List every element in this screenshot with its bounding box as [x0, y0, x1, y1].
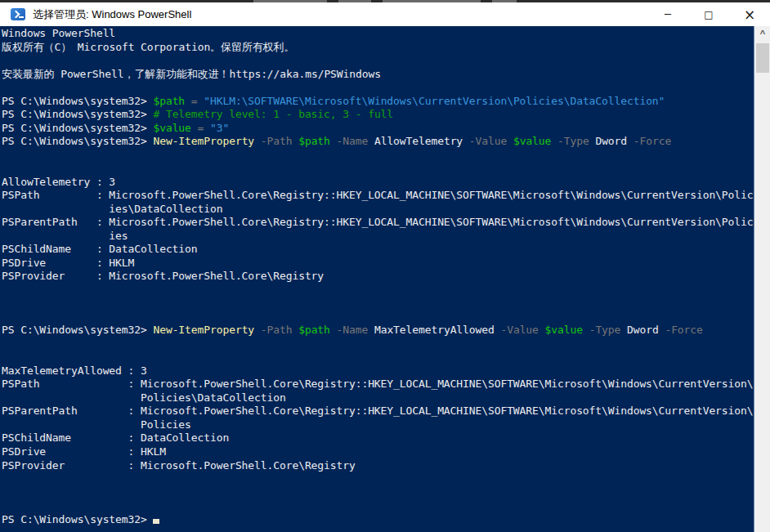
terminal-text-segment: PS C:\Windows\system32> [2, 108, 153, 120]
terminal-text-segment: -Value [495, 324, 545, 336]
terminal-line: ies\DataCollection [2, 203, 754, 217]
terminal-text-segment: "HKLM:\SOFTWARE\Microsoft\Windows\Curren… [204, 95, 665, 107]
terminal-body[interactable]: Windows PowerShell版权所有（C） Microsoft Corp… [0, 26, 754, 532]
terminal-text-segment: $value [513, 135, 551, 147]
terminal-text-segment: PS C:\Windows\system32> [2, 324, 153, 336]
terminal-line [2, 499, 754, 513]
terminal-line [2, 54, 754, 68]
terminal-line: PS C:\Windows\system32> [2, 513, 754, 527]
terminal-line: 版权所有（C） Microsoft Corporation。保留所有权利。 [2, 41, 754, 55]
terminal-line: Policies\DataCollection [2, 391, 754, 405]
terminal-line: PSParentPath : Microsoft.PowerShell.Core… [2, 216, 754, 230]
terminal-line [2, 486, 754, 500]
powershell-icon [11, 8, 25, 20]
window-controls: ─ □ × [647, 2, 770, 26]
terminal-line: AllowTelemetry : 3 [2, 176, 754, 190]
terminal-text-segment: ies [2, 230, 128, 242]
text-cursor [153, 519, 159, 524]
minimize-button[interactable]: ─ [647, 2, 688, 26]
window-title: 选择管理员: Windows PowerShell [33, 7, 191, 22]
terminal-line: PS C:\Windows\system32> New-ItemProperty… [2, 135, 754, 149]
terminal-text-segment: # Telemetry level: 1 - basic, 3 - full [153, 108, 393, 120]
terminal-line [2, 338, 754, 351]
terminal-line: PSPath : Microsoft.PowerShell.Core\Regis… [2, 378, 754, 391]
terminal-line [2, 297, 754, 311]
close-button[interactable]: × [729, 2, 770, 26]
terminal-line: PSProvider : Microsoft.PowerShell.Core\R… [2, 270, 754, 284]
terminal-text-segment: Dword [595, 135, 627, 147]
terminal-text-segment: PSParentPath : Microsoft.PowerShell.Core… [2, 405, 753, 417]
terminal-line [2, 149, 754, 163]
terminal-line: PS C:\Windows\system32> # Telemetry leve… [2, 108, 754, 122]
terminal-line [2, 311, 754, 324]
terminal-text-segment: -Path [254, 324, 298, 336]
terminal-line: Windows PowerShell [2, 27, 754, 41]
terminal-text-segment: Dword [627, 324, 659, 336]
terminal-text-segment: = [191, 122, 210, 134]
terminal-line: MaxTelemetryAllowed : 3 [2, 364, 754, 378]
terminal-line [2, 351, 754, 364]
terminal-line: 安装最新的 PowerShell，了解新功能和改进！https://aka.ms… [2, 68, 754, 82]
terminal-line: PS C:\Windows\system32> New-ItemProperty… [2, 324, 754, 338]
terminal-line: PSProvider : Microsoft.PowerShell.Core\R… [2, 459, 754, 473]
scrollbar-thumb[interactable] [756, 43, 769, 73]
terminal-text-segment: PS C:\Windows\system32> [2, 95, 153, 107]
terminal-text-segment: -Type [551, 135, 595, 147]
terminal-line: PSPath : Microsoft.PowerShell.Core\Regis… [2, 189, 754, 203]
terminal-text-segment: $path [298, 324, 330, 336]
terminal-line: PS C:\Windows\system32> $path = "HKLM:\S… [2, 95, 754, 109]
terminal-text-segment: -Type [583, 324, 627, 336]
terminal-line [2, 284, 754, 297]
terminal-text-segment: -Value [463, 135, 513, 147]
terminal-line: Policies [2, 418, 754, 432]
terminal-text-segment: PSChildName : DataCollection [2, 243, 198, 255]
terminal-text-segment: PSProvider : Microsoft.PowerShell.Core\R… [2, 459, 356, 472]
terminal-line: PSChildName : DataCollection [2, 431, 754, 445]
terminal-text-segment: AllowTelemetry [374, 135, 463, 147]
terminal-text-segment: $value [545, 324, 583, 336]
terminal-text-segment: 版权所有（C） Microsoft Corporation。保留所有权利。 [2, 41, 294, 53]
scrollbar[interactable]: ^ [754, 26, 770, 532]
terminal-text-segment: $path [153, 95, 185, 107]
terminal-line [2, 162, 754, 176]
terminal-text-segment: -Name [330, 135, 374, 147]
terminal-text-segment: ies\DataCollection [2, 203, 222, 215]
terminal-text-segment: New-ItemProperty [153, 135, 254, 147]
terminal-text-segment: -Force [627, 135, 671, 147]
terminal-line: PS C:\Windows\system32> $value = "3" [2, 122, 754, 136]
scroll-up-arrow-icon[interactable]: ^ [755, 26, 770, 41]
terminal-text-segment: $path [298, 135, 330, 147]
terminal-text-segment: -Name [330, 324, 374, 336]
terminal-text-segment: PS C:\Windows\system32> [2, 122, 153, 134]
terminal-line: PSDrive : HKLM [2, 257, 754, 270]
terminal-text-segment: MaxTelemetryAllowed [374, 324, 495, 336]
terminal-text-segment: PSPath : Microsoft.PowerShell.Core\Regis… [2, 189, 753, 201]
terminal-line: ies [2, 230, 754, 244]
terminal-line [2, 81, 754, 95]
terminal-line: PSParentPath : Microsoft.PowerShell.Core… [2, 405, 754, 418]
terminal-text-segment: -Path [254, 135, 298, 147]
terminal-text-segment: New-ItemProperty [153, 324, 254, 336]
terminal-line: PSDrive : HKLM [2, 445, 754, 459]
terminal-line [2, 472, 754, 486]
terminal-text-segment: = [185, 95, 204, 107]
terminal-text-segment: AllowTelemetry : 3 [2, 176, 115, 188]
terminal-text-segment: PSParentPath : Microsoft.PowerShell.Core… [2, 216, 753, 228]
maximize-button[interactable]: □ [688, 2, 729, 26]
terminal-text-segment: PSChildName : DataCollection [2, 431, 229, 444]
terminal-line: PSChildName : DataCollection [2, 243, 754, 257]
terminal-text-segment: Policies\DataCollection [2, 391, 286, 404]
terminal-text-segment: PS C:\Windows\system32> [2, 513, 153, 525]
terminal-text-segment: PSProvider : Microsoft.PowerShell.Core\R… [2, 270, 324, 282]
terminal-text-segment: PSDrive : HKLM [2, 257, 134, 269]
terminal-text-segment: Policies [2, 418, 191, 431]
terminal-text-segment: "3" [210, 122, 229, 134]
title-bar: 选择管理员: Windows PowerShell ─ □ × [0, 2, 770, 26]
terminal-text-segment: PSPath : Microsoft.PowerShell.Core\Regis… [2, 378, 753, 390]
terminal-text-segment: PS C:\Windows\system32> [2, 135, 153, 147]
terminal-text-segment: 安装最新的 PowerShell，了解新功能和改进！https://aka.ms… [2, 68, 381, 80]
terminal-text-segment: -Force [659, 324, 703, 336]
terminal-text-segment: $value [153, 122, 190, 134]
terminal-text-segment: MaxTelemetryAllowed : 3 [2, 364, 147, 377]
terminal-text-segment: Windows PowerShell [2, 27, 115, 39]
